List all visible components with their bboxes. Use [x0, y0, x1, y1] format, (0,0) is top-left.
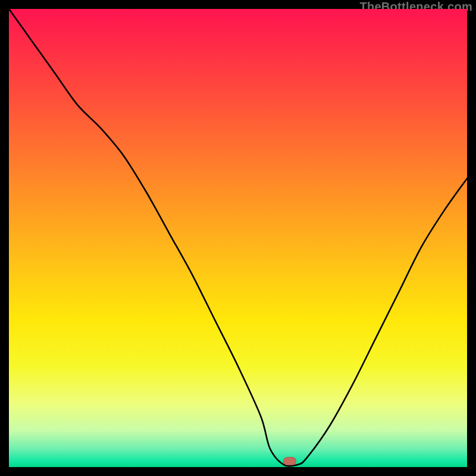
- selected-point-marker: [283, 457, 296, 465]
- chart-frame: TheBottleneck.com: [0, 0, 476, 476]
- plot-area: [9, 9, 467, 467]
- bottleneck-curve: [9, 9, 467, 467]
